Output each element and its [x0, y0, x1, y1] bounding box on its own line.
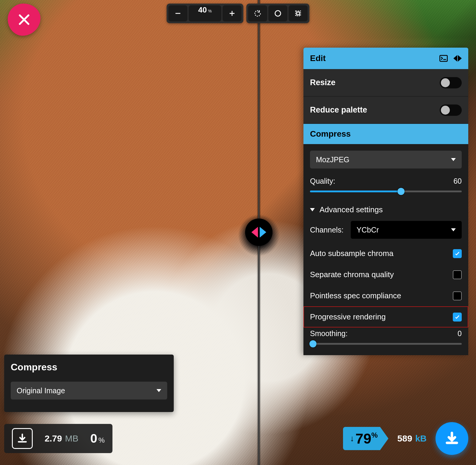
pointless-spec-checkbox[interactable]	[453, 291, 462, 300]
channels-value: YCbCr	[357, 226, 379, 234]
rotate-icon	[253, 9, 262, 18]
quality-field: Quality: 60	[303, 175, 468, 198]
download-icon	[17, 433, 28, 444]
check-icon	[454, 314, 460, 320]
crop-icon	[294, 9, 302, 18]
edit-title: Edit	[310, 54, 326, 63]
circle-icon	[274, 9, 282, 18]
zoom-in-button[interactable]	[223, 5, 242, 21]
resize-row: Resize	[303, 69, 468, 96]
channels-row: Channels: YCbCr	[303, 217, 468, 243]
down-arrow-icon: ↓	[350, 434, 354, 443]
reduce-palette-toggle[interactable]	[440, 104, 462, 116]
left-encoder-select[interactable]: Original Image	[11, 382, 167, 400]
auto-subsample-checkbox[interactable]	[453, 249, 462, 258]
svg-rect-3	[440, 55, 447, 61]
compare-handle[interactable]	[245, 219, 273, 246]
quality-slider[interactable]	[310, 188, 462, 195]
compress-title: Compress	[310, 129, 351, 139]
compress-header: Compress	[303, 124, 468, 144]
auto-subsample-label: Auto subsample chroma	[310, 249, 393, 258]
check-icon	[454, 251, 460, 257]
triangle-left-icon	[453, 55, 457, 62]
triangle-right-icon	[458, 55, 462, 62]
pointless-spec-label: Pointless spec compliance	[310, 291, 401, 300]
savings-unit: %	[371, 431, 378, 439]
progressive-label: Progressive rendering	[310, 312, 386, 322]
zoom-group: 40 %	[167, 4, 243, 23]
left-encoder-value: Original Image	[17, 386, 65, 395]
cli-icon[interactable]	[439, 54, 448, 63]
savings-badge: ↓ 79 %	[343, 427, 389, 450]
minus-icon	[174, 9, 182, 18]
progressive-checkbox[interactable]	[453, 313, 462, 322]
download-icon	[444, 431, 459, 446]
separate-chroma-label: Separate chroma quality	[310, 270, 394, 279]
plus-icon	[228, 9, 236, 18]
left-output-bar: 2.79 MB 0 %	[4, 424, 112, 453]
rotate-button[interactable]	[248, 5, 267, 21]
left-delta-unit: %	[98, 436, 105, 444]
auto-subsample-row: Auto subsample chroma	[303, 243, 468, 264]
resize-toggle[interactable]	[440, 77, 462, 88]
left-compress-panel: Compress Original Image	[4, 355, 174, 412]
chevron-down-icon	[156, 389, 161, 392]
quality-label: Quality:	[310, 177, 335, 185]
resize-label: Resize	[310, 78, 336, 87]
left-delta-value: 0	[90, 431, 97, 446]
edit-header: Edit	[303, 48, 468, 69]
copy-across-button[interactable]	[453, 55, 462, 62]
quality-value[interactable]: 60	[453, 177, 462, 185]
svg-point-0	[275, 11, 281, 16]
zoom-value[interactable]: 40 %	[189, 5, 221, 21]
triangle-left-icon	[251, 227, 258, 238]
crop-button[interactable]	[289, 5, 308, 21]
channels-select[interactable]: YCbCr	[351, 221, 462, 239]
smoothing-field: Smoothing: 0	[303, 327, 468, 355]
right-size: 589 kB	[397, 433, 427, 444]
settings-panel: Edit Resize Reduce palette Compress MozJ…	[303, 48, 468, 355]
left-download-button[interactable]	[12, 428, 33, 449]
left-size: 2.79 MB	[45, 433, 78, 444]
svg-rect-2	[297, 12, 299, 15]
chevron-down-icon	[451, 158, 456, 161]
separate-chroma-row: Separate chroma quality	[303, 264, 468, 285]
right-output-bar: ↓ 79 % 589 kB	[343, 422, 468, 455]
progressive-row: Progressive rendering	[303, 306, 468, 327]
encoder-value: MozJPEG	[316, 155, 350, 164]
top-toolbar: 40 %	[167, 4, 309, 23]
chevron-down-icon	[451, 228, 456, 231]
left-delta: 0 %	[90, 431, 105, 446]
close-icon	[18, 13, 31, 26]
zoom-out-button[interactable]	[168, 5, 187, 21]
separate-chroma-checkbox[interactable]	[453, 270, 462, 279]
channels-label: Channels:	[310, 226, 344, 234]
background-toggle-button[interactable]	[268, 5, 287, 21]
left-compress-header: Compress	[4, 355, 174, 375]
advanced-label: Advanced settings	[320, 205, 383, 214]
smoothing-value[interactable]: 0	[458, 329, 462, 338]
left-size-unit: MB	[65, 433, 78, 444]
reduce-palette-row: Reduce palette	[303, 96, 468, 124]
right-size-unit: kB	[415, 433, 427, 444]
pointless-spec-row: Pointless spec compliance	[303, 285, 468, 306]
encoder-select[interactable]: MozJPEG	[310, 151, 462, 168]
triangle-right-icon	[260, 227, 266, 238]
left-compress-title: Compress	[11, 362, 57, 373]
zoom-number: 40	[198, 5, 207, 15]
right-download-button[interactable]	[436, 422, 468, 455]
chevron-down-icon	[310, 208, 315, 211]
transform-group	[246, 4, 309, 23]
left-size-value: 2.79	[45, 433, 62, 444]
smoothing-label: Smoothing:	[310, 329, 347, 338]
savings-value: 79	[356, 430, 371, 447]
reduce-palette-label: Reduce palette	[310, 105, 367, 115]
zoom-unit: %	[208, 9, 212, 13]
smoothing-slider[interactable]	[310, 340, 462, 347]
advanced-settings-toggle[interactable]: Advanced settings	[303, 198, 468, 217]
right-size-value: 589	[397, 433, 412, 444]
